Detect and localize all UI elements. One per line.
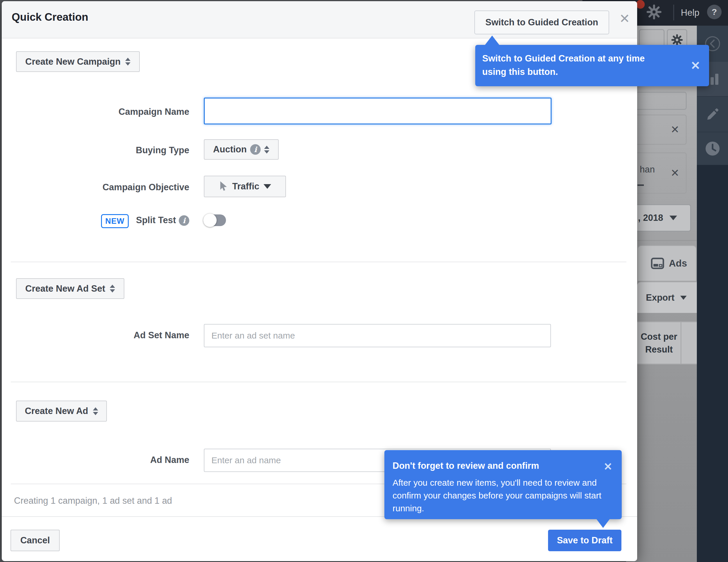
switch-tooltip: Switch to Guided Creation at any time us… — [475, 45, 709, 86]
buying-type-label: Buying Type — [67, 145, 189, 155]
date-range-selector[interactable]: , 2018 — [632, 204, 691, 231]
pencil-icon — [706, 107, 720, 121]
sort-arrows-icon — [264, 146, 269, 153]
remove-filter-icon[interactable]: ✕ — [671, 167, 679, 179]
modal-title: Quick Creation — [12, 11, 88, 23]
column-header-cost-per-result[interactable]: Cost per — [637, 332, 681, 342]
remove-filter-icon[interactable]: ✕ — [671, 123, 679, 136]
split-test-label: Split Test — [136, 215, 176, 225]
tooltip-arrow — [596, 519, 610, 528]
sort-arrows-icon — [125, 58, 130, 66]
notification-dot — [636, 0, 645, 9]
ads-tab-label: Ads — [669, 258, 687, 269]
modal-header: Quick Creation Switch to Guided Creation… — [2, 1, 637, 38]
background-filter-chip: ✕ — [632, 114, 687, 145]
campaign-objective-label: Campaign Objective — [67, 182, 189, 192]
tooltip-arrow — [485, 36, 500, 45]
table-header: Cost per Result — [637, 321, 697, 365]
cancel-button[interactable]: Cancel — [10, 530, 60, 551]
settings-gear-icon — [671, 34, 683, 46]
filter-chip-text: han — [640, 164, 655, 175]
screen: Help ? ✕ han ✕ , 2018 A — [0, 0, 728, 562]
tab-ads[interactable]: Ads — [637, 245, 697, 281]
chevron-down-icon — [669, 215, 677, 220]
info-icon[interactable]: i — [250, 144, 261, 155]
gear-icon[interactable] — [646, 4, 662, 21]
campaign-objective-selector[interactable]: Traffic — [204, 176, 286, 197]
create-new-ad-set-label: Create New Ad Set — [25, 284, 105, 294]
ad-name-label: Ad Name — [67, 455, 189, 465]
column-divider — [681, 322, 681, 364]
navbar-divider — [673, 5, 674, 20]
new-badge: NEW — [101, 214, 129, 228]
switch-to-guided-creation-button[interactable]: Switch to Guided Creation — [474, 10, 609, 34]
sidebar-item-history[interactable] — [697, 132, 728, 165]
buying-type-selector[interactable]: Auction i — [204, 139, 279, 160]
filter-chip-dash — [637, 184, 644, 186]
sort-arrows-icon — [93, 407, 98, 415]
ad-set-name-input[interactable] — [204, 324, 551, 347]
switch-tooltip-text: Switch to Guided Creation at any time us… — [482, 52, 669, 79]
campaign-name-input[interactable] — [204, 98, 552, 124]
background-filter-chip-2: han ✕ — [632, 152, 687, 194]
ad-set-name-label: Ad Set Name — [67, 330, 189, 341]
sort-arrows-icon — [110, 285, 115, 293]
close-icon[interactable]: ✕ — [604, 461, 612, 473]
help-icon[interactable]: ? — [707, 5, 722, 19]
creation-summary-text: Creating 1 campaign, 1 ad set and 1 ad — [14, 496, 172, 506]
close-icon[interactable]: ✕ — [690, 59, 700, 72]
date-range-text: , 2018 — [638, 213, 663, 223]
close-icon[interactable]: ✕ — [616, 10, 633, 27]
split-test-toggle[interactable] — [203, 213, 226, 227]
background-divider — [637, 240, 697, 241]
create-new-ad-label: Create New Ad — [25, 406, 88, 416]
background-filter-row — [632, 92, 687, 110]
ads-icon — [651, 257, 664, 269]
toggle-knob — [203, 213, 217, 227]
chevron-down-icon — [680, 296, 687, 300]
export-label: Export — [646, 293, 674, 303]
section-divider — [11, 382, 626, 382]
review-tooltip-body: After you create new items, you'll need … — [393, 476, 614, 515]
help-link[interactable]: Help — [681, 8, 699, 18]
chevron-down-icon — [264, 184, 271, 189]
sidebar-item-edit[interactable] — [697, 96, 728, 132]
export-dropdown[interactable]: Export — [637, 282, 697, 313]
create-new-ad-set-selector[interactable]: Create New Ad Set — [16, 278, 124, 299]
campaign-name-label: Campaign Name — [67, 107, 189, 117]
create-new-campaign-label: Create New Campaign — [25, 56, 121, 67]
create-new-campaign-selector[interactable]: Create New Campaign — [16, 51, 140, 72]
review-tooltip-title: Don't forget to review and confirm — [393, 461, 539, 471]
buying-type-value: Auction — [213, 144, 247, 155]
save-to-draft-button[interactable]: Save to Draft — [548, 530, 621, 551]
review-tooltip: Don't forget to review and confirm After… — [384, 450, 622, 519]
clock-icon — [705, 141, 720, 156]
info-icon[interactable]: i — [179, 215, 189, 226]
campaign-objective-value: Traffic — [232, 181, 259, 192]
cursor-icon — [219, 181, 228, 192]
right-sidebar — [697, 26, 728, 562]
create-new-ad-selector[interactable]: Create New Ad — [16, 401, 107, 422]
section-divider — [11, 261, 626, 262]
